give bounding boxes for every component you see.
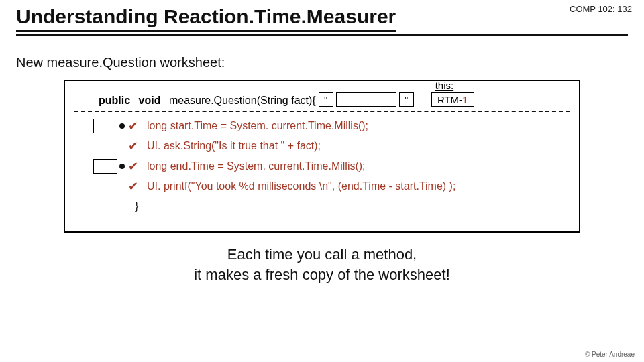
method-signature: public void measure.Question(String fact… xyxy=(99,92,570,107)
code-line-1: ✔ long start.Time = System. current.Time… xyxy=(93,119,570,133)
method-name: measure.Question(String fact){ xyxy=(169,95,316,107)
code-text-2: UI. ask.String("Is it true that " + fact… xyxy=(147,140,321,152)
check-icon: ✔ xyxy=(128,119,140,133)
keyword-public: public xyxy=(99,95,130,107)
rtm-number: 1 xyxy=(462,94,468,105)
spacer xyxy=(93,139,117,154)
check-icon: ✔ xyxy=(128,139,140,154)
code-text-4: UI. printf("You took %d milliseconds \n"… xyxy=(147,180,455,192)
title-underline xyxy=(16,34,628,36)
param-quote-open: " xyxy=(319,92,333,107)
spacer xyxy=(93,179,117,194)
worksheet-box: public void measure.Question(String fact… xyxy=(64,80,580,233)
caption-line-1: Each time you call a method, xyxy=(0,245,644,265)
section-subhead: New measure.Question worksheet: xyxy=(16,55,644,70)
check-icon: ✔ xyxy=(128,159,140,174)
course-tag: COMP 102: 132 xyxy=(570,4,632,14)
caption-line-2: it makes a fresh copy of the worksheet! xyxy=(0,265,644,285)
divider-dashed xyxy=(74,111,570,112)
code-line-4: ✔ UI. printf("You took %d milliseconds \… xyxy=(93,179,570,194)
copyright-footer: © Peter Andreae xyxy=(585,351,635,358)
code-line-2: ✔ UI. ask.String("Is it true that " + fa… xyxy=(93,139,570,154)
this-reference-box: RTM-1 xyxy=(431,92,474,107)
this-label: this: xyxy=(435,80,454,91)
param-quote-close: " xyxy=(399,92,414,107)
page-title: Understanding Reaction.Time.Measurer xyxy=(16,5,396,32)
caption: Each time you call a method, it makes a … xyxy=(0,245,644,284)
param-value-box xyxy=(336,92,396,107)
code-text-3: long end.Time = System. current.Time.Mil… xyxy=(147,160,366,172)
var-box-start xyxy=(93,119,117,133)
closing-brace: } xyxy=(135,200,570,213)
rtm-text: RTM- xyxy=(437,94,462,105)
var-box-end xyxy=(93,159,117,174)
check-icon: ✔ xyxy=(128,179,140,194)
code-text-1: long start.Time = System. current.Time.M… xyxy=(147,120,368,132)
keyword-void: void xyxy=(139,95,161,107)
code-line-3: ✔ long end.Time = System. current.Time.M… xyxy=(93,159,570,174)
